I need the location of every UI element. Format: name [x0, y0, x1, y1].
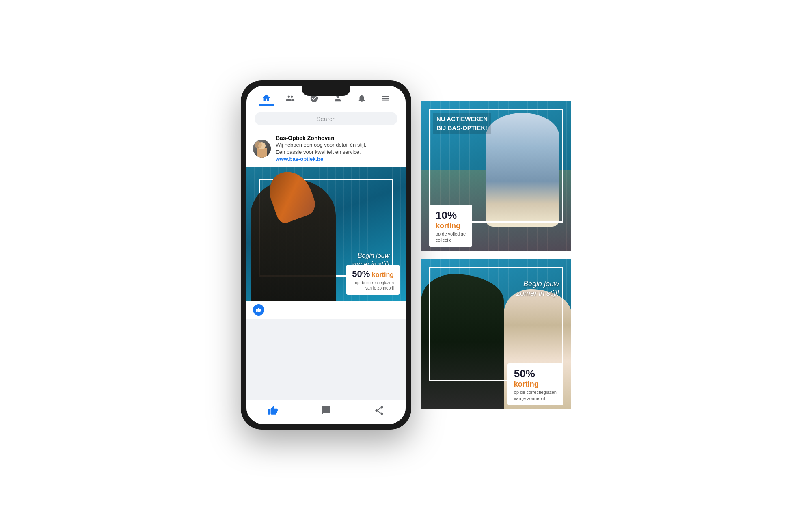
ads-panel: NU ACTIEWEKEN BIJ BAS-OPTIEK! 10% kortin… [421, 101, 571, 409]
post-actions [246, 301, 406, 319]
ad1-discount-box: 10% korting op de volledige collectie [429, 205, 472, 247]
avatar-image [253, 140, 271, 158]
ad2-discount-box: 50% korting op de correctieglazen van je… [508, 363, 563, 405]
post-discount-sub: op de correctieglazen van je zonnebril [352, 280, 394, 291]
ad1-discount-sub: op de volledige collectie [436, 231, 466, 243]
bottom-share-button[interactable] [374, 405, 384, 416]
model-area [246, 167, 342, 301]
search-placeholder: Search [316, 115, 336, 122]
facebook-bottom-nav [246, 400, 406, 424]
post-desc-line2: Een passie voor kwaliteit en service. [276, 149, 366, 156]
ad1-background: NU ACTIEWEKEN BIJ BAS-OPTIEK! 10% kortin… [421, 101, 571, 251]
search-bar[interactable]: Search [255, 112, 397, 125]
ad1-title: NU ACTIEWEKEN BIJ BAS-OPTIEK! [433, 113, 491, 134]
bottom-comment-button[interactable] [321, 405, 331, 416]
facebook-nav: Search [246, 86, 406, 130]
ad2-discount-sub: op de correctieglazen van je zonnebril [514, 389, 557, 401]
post-desc-line1: Wij hebben een oog voor detail én stijl. [276, 141, 366, 149]
avatar [253, 140, 271, 158]
nav-icons [255, 91, 397, 109]
nav-groups-icon[interactable] [307, 91, 322, 106]
ad-image-1: NU ACTIEWEKEN BIJ BAS-OPTIEK! 10% kortin… [421, 101, 571, 251]
post-discount-box: 50% korting op de correctieglazen van je… [346, 265, 400, 295]
nav-friends-icon[interactable] [283, 91, 298, 106]
post-card: Bas-Optiek Zonhoven Wij hebben een oog v… [246, 130, 406, 319]
nav-menu-icon[interactable] [378, 91, 393, 106]
phone-screen: Search [246, 86, 406, 424]
ad2-tagline: Begin jouw zomer in stijl! [516, 279, 559, 298]
scene: Search [225, 64, 587, 446]
ad1-percent-row: 10% [436, 209, 466, 222]
post-image-bg: Begin jouw zomer in stijl! 50% korting o… [246, 167, 406, 301]
post-image: Begin jouw zomer in stijl! 50% korting o… [246, 167, 406, 301]
facebook-feed[interactable]: Bas-Optiek Zonhoven Wij hebben een oog v… [246, 130, 406, 400]
ad2-percent-row: 50% [514, 367, 557, 380]
nav-notifications-icon[interactable] [354, 91, 369, 106]
post-info: Bas-Optiek Zonhoven Wij hebben een oog v… [276, 135, 366, 162]
like-icon [253, 304, 264, 316]
bottom-like-button[interactable] [268, 405, 278, 416]
ad-image-2: Begin jouw zomer in stijl! 50% korting o… [421, 259, 571, 409]
post-header: Bas-Optiek Zonhoven Wij hebben een oog v… [246, 130, 406, 167]
post-account-name: Bas-Optiek Zonhoven [276, 135, 366, 141]
ad2-background: Begin jouw zomer in stijl! 50% korting o… [421, 259, 571, 409]
phone-mockup: Search [241, 80, 411, 430]
post-website[interactable]: www.bas-optiek.be [276, 156, 366, 162]
nav-home-icon[interactable] [259, 91, 274, 106]
post-discount-percent: 50% korting [352, 269, 394, 279]
nav-profile-icon[interactable] [330, 91, 345, 106]
